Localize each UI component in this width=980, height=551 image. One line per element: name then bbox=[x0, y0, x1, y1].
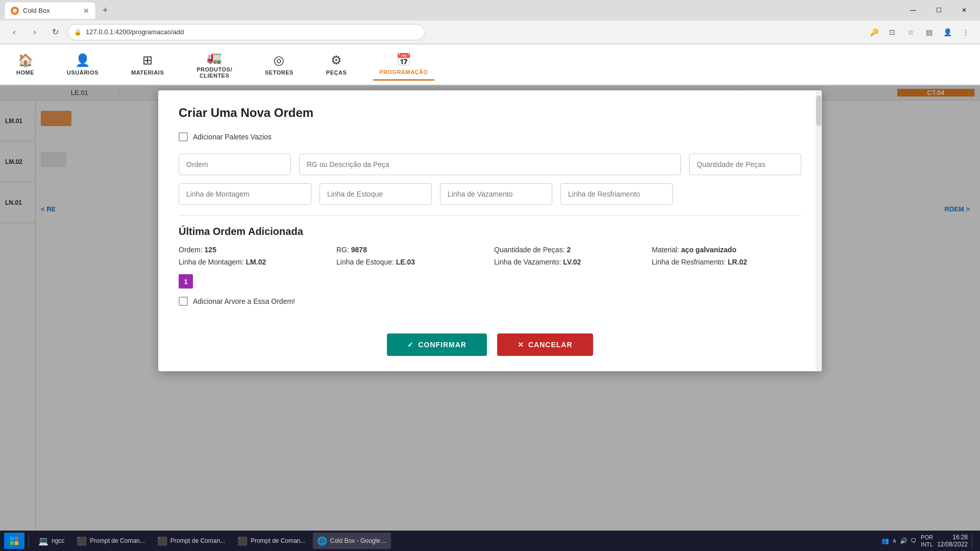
profile-icon[interactable]: 👤 bbox=[939, 24, 955, 40]
speaker-icon[interactable]: 🔊 bbox=[900, 537, 908, 544]
ordem-input[interactable] bbox=[179, 154, 291, 175]
arvore-label: Adicionar Arvore a Essa Ordem! bbox=[193, 297, 295, 305]
nav-usuarios-label: USUÁRIOS bbox=[67, 69, 99, 76]
key-icon[interactable]: 🔑 bbox=[866, 24, 882, 40]
last-lr-value: LR.02 bbox=[728, 258, 747, 266]
chrome-icon: 🌐 bbox=[317, 536, 327, 546]
nav-materiais-label: MATERIAIS bbox=[131, 69, 164, 76]
nav-setores[interactable]: ◎ SETORES bbox=[259, 49, 300, 80]
forward-button[interactable]: › bbox=[27, 24, 43, 40]
check-icon: ✓ bbox=[407, 341, 414, 349]
last-lv: Linha de Vazamento: LV.02 bbox=[494, 258, 644, 266]
grid-icon: ⊞ bbox=[142, 53, 153, 67]
nav-pecas-label: PEÇAS bbox=[326, 69, 347, 76]
lock-icon: 🔒 bbox=[74, 29, 82, 36]
confirmar-label: CONFIRMAR bbox=[418, 341, 467, 349]
purple-badge: 1 bbox=[179, 274, 193, 289]
nav-home[interactable]: 🏠 HOME bbox=[10, 49, 40, 80]
back-button[interactable]: ‹ bbox=[6, 24, 22, 40]
linha-resfriamento-input[interactable] bbox=[560, 183, 673, 205]
last-material-value: aço galvanizado bbox=[681, 246, 737, 254]
address-bar: ‹ › ↻ 🔒 127.0.0.1:4200/programacao/add 🔑… bbox=[0, 20, 980, 44]
address-input[interactable]: 🔒 127.0.0.1:4200/programacao/add bbox=[67, 24, 425, 40]
linha-vazamento-input[interactable] bbox=[440, 183, 552, 205]
last-lv-value: LV.02 bbox=[563, 258, 581, 266]
nav-pecas[interactable]: ⚙ PEÇAS bbox=[320, 49, 353, 80]
confirmar-button[interactable]: ✓ CONFIRMAR bbox=[387, 333, 487, 356]
taskbar-item-cmd2[interactable]: ⬛ Prompt de Coman... bbox=[152, 533, 230, 549]
user-icon: 👤 bbox=[75, 53, 90, 67]
last-ordem-value: 125 bbox=[205, 246, 216, 254]
nav-materiais[interactable]: ⊞ MATERIAIS bbox=[125, 49, 170, 80]
star-icon[interactable]: ☆ bbox=[902, 24, 919, 40]
lang-display: POR INTL bbox=[921, 534, 933, 548]
svg-point-0 bbox=[13, 9, 17, 13]
paletes-checkbox[interactable] bbox=[179, 132, 188, 141]
taskbar-item-cmd1[interactable]: ⬛ Prompt de Coman... bbox=[71, 533, 150, 549]
form-row-1 bbox=[179, 154, 801, 175]
cast-icon[interactable]: ⊡ bbox=[884, 24, 900, 40]
last-rg: RG: 9878 bbox=[336, 246, 486, 254]
svg-rect-3 bbox=[10, 541, 14, 545]
svg-rect-1 bbox=[10, 537, 14, 540]
active-tab[interactable]: Cold Box ✕ bbox=[4, 2, 96, 19]
gear-icon: ⚙ bbox=[331, 53, 342, 67]
nav-setores-label: SETORES bbox=[265, 69, 293, 76]
svg-rect-2 bbox=[15, 537, 18, 540]
cancelar-label: CANCELAR bbox=[528, 341, 573, 349]
last-ordem: Ordem: 125 bbox=[179, 246, 328, 254]
show-desktop-button[interactable] bbox=[972, 533, 976, 549]
taskbar-sep-1 bbox=[29, 535, 29, 547]
time-display: 16:28 bbox=[937, 534, 968, 541]
new-tab-button[interactable]: + bbox=[98, 3, 112, 17]
create-order-modal: Criar Uma Nova Ordem Adicionar Paletes V… bbox=[158, 90, 822, 371]
maximize-button[interactable]: ☐ bbox=[927, 2, 950, 19]
taskbar-right: 👥 ∧ 🔊 🗨 POR INTL 16:28 12/08/2022 bbox=[881, 533, 976, 549]
date-display: 12/08/2022 bbox=[937, 541, 968, 548]
nav-produtos[interactable]: 🚛 PRODUTOS/CLIENTES bbox=[190, 46, 238, 83]
cancelar-button[interactable]: ✕ CANCELAR bbox=[497, 333, 593, 356]
cmd2-icon: ⬛ bbox=[157, 536, 167, 546]
modal-scrollbar-thumb bbox=[816, 95, 821, 126]
refresh-button[interactable]: ↻ bbox=[47, 24, 63, 40]
taskbar-icons: 👥 ∧ 🔊 🗨 bbox=[881, 537, 917, 544]
modal-scrollbar[interactable] bbox=[816, 90, 822, 371]
nav-programacao-label: PROGRAMAÇÃO bbox=[379, 69, 428, 75]
taskbar: 💻 ngcc ⬛ Prompt de Coman... ⬛ Prompt de … bbox=[0, 531, 980, 551]
sidebar-icon[interactable]: ▤ bbox=[921, 24, 937, 40]
cmd3-icon: ⬛ bbox=[237, 536, 248, 546]
quantidade-input[interactable] bbox=[689, 154, 801, 175]
url-text: 127.0.0.1:4200/programacao/add bbox=[86, 28, 184, 36]
taskbar-item-ngcc[interactable]: 💻 ngcc bbox=[33, 533, 69, 549]
rg-input[interactable] bbox=[299, 154, 681, 175]
notif-icon[interactable]: 🗨 bbox=[911, 537, 917, 544]
svg-rect-4 bbox=[15, 541, 18, 545]
truck-icon: 🚛 bbox=[207, 50, 222, 64]
nav-programacao[interactable]: 📅 PROGRAMAÇÃO bbox=[373, 49, 434, 81]
linha-montagem-input[interactable] bbox=[179, 183, 311, 205]
app-nav: 🏠 HOME 👤 USUÁRIOS ⊞ MATERIAIS 🚛 PRODUTOS… bbox=[0, 44, 980, 85]
start-button[interactable] bbox=[4, 533, 24, 549]
taskbar-item-cmd3[interactable]: ⬛ Prompt de Coman... bbox=[232, 533, 310, 549]
last-lm: Linha de Montagem: LM.02 bbox=[179, 258, 328, 266]
network-icon[interactable]: 👥 bbox=[881, 537, 889, 544]
close-button[interactable]: ✕ bbox=[952, 2, 976, 19]
minimize-button[interactable]: — bbox=[901, 2, 925, 19]
arvore-checkbox[interactable] bbox=[179, 297, 188, 306]
last-order-title: Última Ordem Adicionada bbox=[179, 226, 801, 237]
taskbar-item-chrome[interactable]: 🌐 Cold Box - Google ... bbox=[313, 533, 391, 549]
modal-body: Criar Uma Nova Ordem Adicionar Paletes V… bbox=[158, 90, 822, 321]
nav-produtos-label: PRODUTOS/CLIENTES bbox=[197, 66, 232, 79]
divider bbox=[179, 215, 801, 215]
tab-favicon bbox=[11, 7, 19, 15]
chevron-up-icon[interactable]: ∧ bbox=[892, 537, 897, 544]
menu-icon[interactable]: ⋮ bbox=[958, 24, 974, 40]
linha-estoque-input[interactable] bbox=[320, 183, 432, 205]
datetime-display: 16:28 12/08/2022 bbox=[937, 534, 968, 548]
last-material: Material: aço galvanizado bbox=[652, 246, 801, 254]
modal-overlay: Criar Uma Nova Ordem Adicionar Paletes V… bbox=[0, 85, 980, 551]
scheduler-area: LE.01 LV.01 CT.04 LM.01 LM.02 LN.01 < RE bbox=[0, 85, 980, 551]
nav-usuarios[interactable]: 👤 USUÁRIOS bbox=[61, 49, 105, 80]
tab-close-button[interactable]: ✕ bbox=[83, 7, 89, 15]
paletes-label: Adicionar Paletes Vazios bbox=[193, 133, 272, 141]
